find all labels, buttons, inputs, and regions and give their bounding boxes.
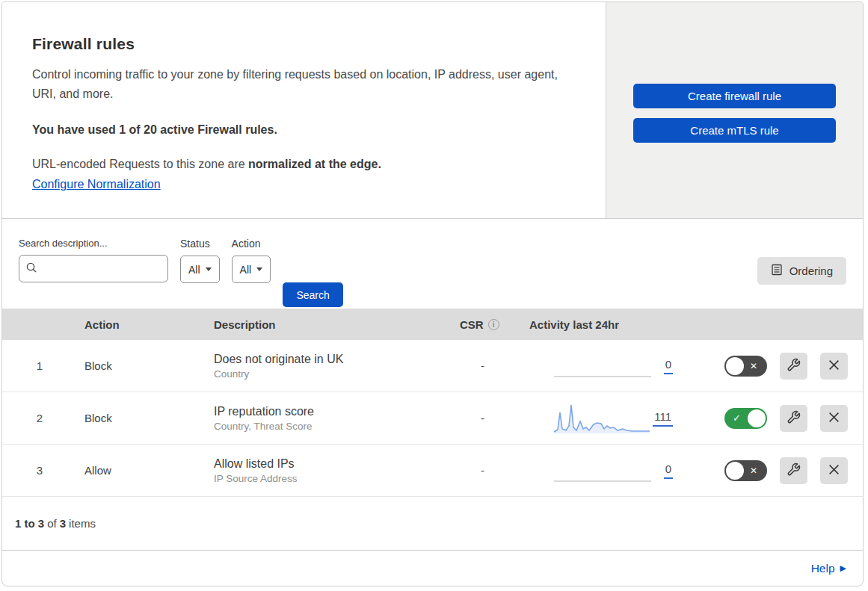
help-link[interactable]: Help ▶ xyxy=(811,562,846,575)
header-actions-panel: Create firewall rule Create mTLS rule xyxy=(606,2,863,218)
status-filter-select[interactable]: All xyxy=(180,256,220,283)
rule-description-cell: Allow listed IPs IP Source Address xyxy=(208,457,447,484)
search-button[interactable]: Search xyxy=(283,282,343,307)
rule-priority: 3 xyxy=(2,464,77,477)
edit-rule-button[interactable] xyxy=(780,405,807,432)
search-label: Search description... xyxy=(19,238,168,249)
wrench-icon xyxy=(787,410,801,427)
close-icon xyxy=(828,463,840,478)
ordering-button[interactable]: Ordering xyxy=(757,257,846,285)
rule-enabled-toggle[interactable]: ✓ ✕ xyxy=(724,460,767,481)
page-header-text: Firewall rules Control incoming traffic … xyxy=(2,2,606,218)
rule-description: IP reputation score xyxy=(214,405,447,418)
rule-priority: 2 xyxy=(2,412,77,424)
toggle-knob xyxy=(726,462,744,480)
normalization-note: URL-encoded Requests to this zone are no… xyxy=(32,158,576,171)
items-label: items xyxy=(69,517,96,530)
activity-count-link[interactable]: 0 xyxy=(664,462,673,479)
search-icon xyxy=(25,262,37,276)
rule-csr-value: - xyxy=(447,412,518,424)
rule-activity-cell: 111 xyxy=(518,403,686,434)
create-firewall-rule-button[interactable]: Create firewall rule xyxy=(633,84,836,108)
wrench-icon xyxy=(787,358,801,374)
ordering-button-label: Ordering xyxy=(789,264,833,277)
rule-enabled-toggle[interactable]: ✓ ✕ xyxy=(724,356,767,377)
rule-match-fields: IP Source Address xyxy=(214,473,447,484)
action-filter-label: Action xyxy=(232,238,271,250)
pagination-summary: 1 to 3 of 3 items xyxy=(2,497,863,551)
normalization-note-bold: normalized at the edge. xyxy=(248,158,381,170)
search-input-box[interactable] xyxy=(19,255,168,282)
rule-controls: ✓ ✕ xyxy=(686,405,863,432)
delete-rule-button[interactable] xyxy=(820,405,848,432)
rule-description-cell: Does not originate in UK Country xyxy=(208,353,447,380)
arrow-right-icon: ▶ xyxy=(840,563,846,573)
items-of-text: of xyxy=(47,517,57,530)
rule-action: Allow xyxy=(77,464,208,477)
items-range: 1 to 3 xyxy=(15,517,44,530)
x-icon: ✕ xyxy=(750,460,757,481)
column-header-csr: CSR i xyxy=(447,318,518,331)
items-total: 3 xyxy=(60,517,66,530)
page-title: Firewall rules xyxy=(32,35,576,53)
rule-csr-value: - xyxy=(447,359,518,372)
check-icon: ✓ xyxy=(733,408,741,429)
close-icon xyxy=(828,411,840,426)
help-link-label: Help xyxy=(811,562,835,575)
help-bar: Help ▶ xyxy=(2,551,863,586)
filter-bar: Search description... Status All Action … xyxy=(2,219,863,309)
rule-match-fields: Country, Threat Score xyxy=(214,421,447,432)
rule-action: Block xyxy=(77,412,208,424)
chevron-down-icon xyxy=(206,267,212,271)
activity-sparkline xyxy=(554,350,651,382)
rule-activity-cell: 0 xyxy=(518,350,686,382)
column-header-action: Action xyxy=(77,318,208,331)
rule-description-cell: IP reputation score Country, Threat Scor… xyxy=(208,405,447,432)
ordering-list-icon xyxy=(771,264,783,278)
delete-rule-button[interactable] xyxy=(820,353,848,380)
usage-summary: You have used 1 of 20 active Firewall ru… xyxy=(32,123,576,137)
rule-controls: ✓ ✕ xyxy=(686,353,863,380)
delete-rule-button[interactable] xyxy=(820,457,848,484)
action-filter-value: All xyxy=(240,264,252,276)
activity-sparkline xyxy=(554,403,651,434)
search-group: Search description... xyxy=(19,238,168,282)
table-header-row: Action Description CSR i Activity last 2… xyxy=(2,309,863,340)
rule-description: Allow listed IPs xyxy=(214,457,447,471)
rule-match-fields: Country xyxy=(214,368,447,380)
search-input[interactable] xyxy=(42,263,161,275)
status-filter-group: Status All xyxy=(180,238,220,283)
rule-activity-cell: 0 xyxy=(518,455,686,486)
info-icon[interactable]: i xyxy=(488,319,499,330)
edit-rule-button[interactable] xyxy=(780,353,807,380)
normalization-note-text: URL-encoded Requests to this zone are xyxy=(32,158,248,170)
rule-controls: ✓ ✕ xyxy=(686,457,863,484)
toggle-knob xyxy=(748,409,766,427)
column-header-description: Description xyxy=(208,318,447,331)
csr-header-label: CSR xyxy=(460,318,484,331)
rule-csr-value: - xyxy=(447,464,518,477)
firewall-rules-page: Firewall rules Control incoming traffic … xyxy=(1,1,864,587)
edit-rule-button[interactable] xyxy=(780,457,807,484)
chevron-down-icon xyxy=(256,267,262,271)
action-filter-select[interactable]: All xyxy=(232,256,271,283)
rules-table: Action Description CSR i Activity last 2… xyxy=(2,309,863,497)
rule-description: Does not originate in UK xyxy=(214,353,447,366)
configure-normalization-link[interactable]: Configure Normalization xyxy=(32,178,161,191)
wrench-icon xyxy=(787,462,801,479)
rule-priority: 1 xyxy=(2,359,77,372)
rule-enabled-toggle[interactable]: ✓ ✕ xyxy=(724,408,767,429)
activity-sparkline xyxy=(554,455,651,486)
activity-count-link[interactable]: 0 xyxy=(664,358,673,374)
table-row: 1 Block Does not originate in UK Country… xyxy=(2,340,863,392)
status-filter-label: Status xyxy=(180,238,220,250)
toggle-knob xyxy=(726,357,744,375)
page-header: Firewall rules Control incoming traffic … xyxy=(2,2,863,219)
status-filter-value: All xyxy=(188,264,200,276)
activity-count-link[interactable]: 111 xyxy=(653,410,673,427)
column-header-activity: Activity last 24hr xyxy=(518,318,686,331)
create-mtls-rule-button[interactable]: Create mTLS rule xyxy=(633,118,836,143)
page-description: Control incoming traffic to your zone by… xyxy=(32,65,576,104)
x-icon: ✕ xyxy=(750,356,757,377)
close-icon xyxy=(828,359,840,374)
